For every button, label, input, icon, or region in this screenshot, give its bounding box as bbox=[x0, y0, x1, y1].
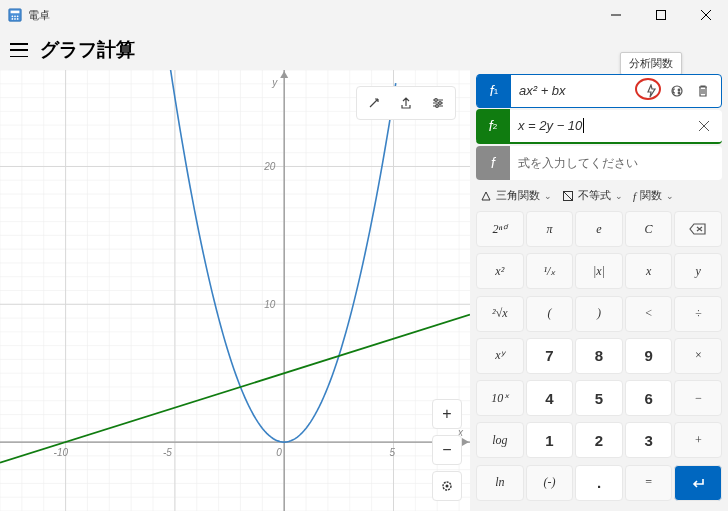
key-[interactable] bbox=[674, 465, 722, 501]
function-row-1[interactable]: f1 ax² + bx bbox=[476, 74, 722, 108]
function-placeholder[interactable]: 式を入力してください bbox=[510, 155, 722, 172]
hamburger-icon[interactable] bbox=[10, 43, 28, 57]
share-icon[interactable] bbox=[391, 89, 421, 117]
key-[interactable]: × bbox=[674, 338, 722, 374]
key-[interactable]: . bbox=[575, 465, 623, 501]
maximize-button[interactable] bbox=[638, 0, 683, 30]
key-[interactable] bbox=[674, 211, 722, 247]
func-dropdown[interactable]: f 関数⌄ bbox=[633, 188, 674, 203]
key-4[interactable]: 4 bbox=[526, 380, 574, 416]
trace-icon[interactable] bbox=[359, 89, 389, 117]
keypad-toolbar: 三角関数⌄ 不等式⌄ f 関数⌄ bbox=[476, 182, 722, 207]
graph-grid: -10-5051020yx bbox=[0, 70, 470, 511]
key-8[interactable]: 8 bbox=[575, 338, 623, 374]
key-[interactable]: + bbox=[674, 422, 722, 458]
svg-text:y: y bbox=[271, 77, 278, 88]
key-y[interactable]: y bbox=[674, 253, 722, 289]
function-badge-1: f1 bbox=[477, 74, 511, 108]
analyze-icon[interactable] bbox=[641, 81, 661, 101]
key-ln[interactable]: ln bbox=[476, 465, 524, 501]
page-title: グラフ計算 bbox=[40, 37, 135, 63]
zoom-reset-button[interactable] bbox=[432, 471, 462, 501]
key-6[interactable]: 6 bbox=[625, 380, 673, 416]
key-3[interactable]: 3 bbox=[625, 422, 673, 458]
key-1[interactable]: 1 bbox=[526, 422, 574, 458]
key-9[interactable]: 9 bbox=[625, 338, 673, 374]
key-2[interactable]: 2 bbox=[575, 422, 623, 458]
key-[interactable]: ÷ bbox=[674, 296, 722, 332]
function-badge-new: f bbox=[476, 146, 510, 180]
close-icon[interactable] bbox=[694, 116, 714, 136]
svg-marker-76 bbox=[462, 438, 469, 446]
function-expr-2[interactable]: x = 2y − 10 bbox=[510, 118, 694, 134]
close-button[interactable] bbox=[683, 0, 728, 30]
zoom-out-button[interactable]: − bbox=[432, 435, 462, 465]
svg-point-94 bbox=[678, 92, 680, 94]
key-2[interactable]: 2ⁿᵈ bbox=[476, 211, 524, 247]
svg-text:20: 20 bbox=[263, 161, 276, 172]
function-row-2[interactable]: f2 x = 2y − 10 bbox=[476, 110, 722, 144]
trig-dropdown[interactable]: 三角関数⌄ bbox=[480, 188, 552, 203]
app-icon bbox=[8, 8, 22, 22]
highlight-circle bbox=[635, 78, 661, 100]
graph-toolbar bbox=[356, 86, 456, 120]
delete-icon[interactable] bbox=[693, 81, 713, 101]
key-x[interactable]: |x| bbox=[575, 253, 623, 289]
svg-point-88 bbox=[439, 102, 442, 105]
svg-point-93 bbox=[678, 89, 680, 91]
key-[interactable]: = bbox=[625, 465, 673, 501]
zoom-controls: + − bbox=[432, 399, 462, 501]
tooltip: 分析関数 bbox=[620, 52, 682, 75]
minimize-button[interactable] bbox=[593, 0, 638, 30]
settings-icon[interactable] bbox=[423, 89, 453, 117]
zoom-in-button[interactable]: + bbox=[432, 399, 462, 429]
function-expr-1[interactable]: ax² + bx bbox=[511, 83, 641, 99]
svg-point-6 bbox=[14, 18, 16, 20]
svg-text:0: 0 bbox=[276, 447, 282, 458]
key-[interactable]: ( bbox=[526, 296, 574, 332]
key-5[interactable]: 5 bbox=[575, 380, 623, 416]
svg-point-5 bbox=[12, 18, 14, 20]
key-[interactable]: ¹/ₓ bbox=[526, 253, 574, 289]
svg-rect-9 bbox=[656, 11, 665, 20]
key-x[interactable]: xʸ bbox=[476, 338, 524, 374]
svg-text:-5: -5 bbox=[163, 447, 172, 458]
window-controls bbox=[593, 0, 728, 30]
style-icon[interactable] bbox=[667, 81, 687, 101]
svg-marker-77 bbox=[280, 71, 288, 78]
svg-point-87 bbox=[435, 99, 438, 102]
function-badge-2: f2 bbox=[476, 109, 510, 143]
key-[interactable]: (-) bbox=[526, 465, 574, 501]
function-panel: f1 ax² + bx f2 x = 2y − 10 f 式を入力してください bbox=[470, 70, 728, 511]
function-row-new[interactable]: f 式を入力してください bbox=[476, 146, 722, 180]
svg-point-2 bbox=[12, 15, 14, 17]
svg-point-7 bbox=[17, 18, 19, 20]
key-7[interactable]: 7 bbox=[526, 338, 574, 374]
key-x[interactable]: x bbox=[625, 253, 673, 289]
key-[interactable]: − bbox=[674, 380, 722, 416]
ineq-dropdown[interactable]: 不等式⌄ bbox=[562, 188, 623, 203]
svg-text:-10: -10 bbox=[54, 447, 69, 458]
keypad: 2ⁿᵈπeCx²¹/ₓ|x|xy²√x()<÷xʸ789×10ˣ456−log1… bbox=[476, 211, 722, 505]
svg-text:5: 5 bbox=[389, 447, 395, 458]
key-e[interactable]: e bbox=[575, 211, 623, 247]
key-x[interactable]: ²√x bbox=[476, 296, 524, 332]
header: グラフ計算 bbox=[0, 30, 728, 70]
key-10[interactable]: 10ˣ bbox=[476, 380, 524, 416]
svg-rect-1 bbox=[11, 11, 20, 14]
key-x[interactable]: x² bbox=[476, 253, 524, 289]
svg-text:10: 10 bbox=[264, 299, 276, 310]
svg-point-4 bbox=[17, 15, 19, 17]
svg-point-3 bbox=[14, 15, 16, 17]
app-title: 電卓 bbox=[28, 8, 50, 23]
svg-line-86 bbox=[0, 315, 470, 463]
key-C[interactable]: C bbox=[625, 211, 673, 247]
key-log[interactable]: log bbox=[476, 422, 524, 458]
key-[interactable]: < bbox=[625, 296, 673, 332]
svg-point-91 bbox=[446, 485, 449, 488]
key-[interactable]: π bbox=[526, 211, 574, 247]
key-[interactable]: ) bbox=[575, 296, 623, 332]
svg-point-89 bbox=[436, 105, 439, 108]
graph-canvas[interactable]: -10-5051020yx + − bbox=[0, 70, 470, 511]
